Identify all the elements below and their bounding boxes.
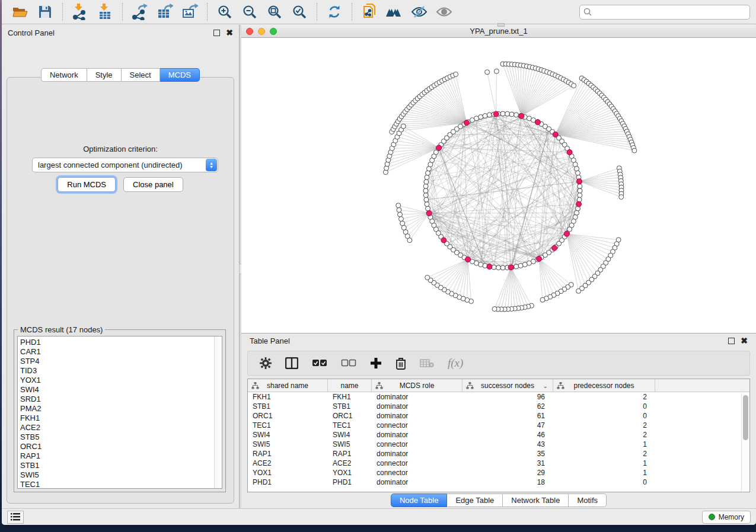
cell-name[interactable]: ORC1	[328, 411, 372, 421]
mcds-result-item[interactable]: SWI5	[20, 470, 212, 480]
float-table-panel-icon[interactable]	[728, 338, 735, 344]
import-table-icon[interactable]	[95, 3, 115, 21]
close-table-panel-icon[interactable]: ✖	[741, 338, 748, 344]
network-node[interactable]	[514, 264, 519, 269]
mcds-node[interactable]	[567, 150, 572, 155]
export-table-icon[interactable]	[155, 3, 175, 21]
refresh-icon[interactable]	[324, 3, 344, 21]
mcds-node[interactable]	[576, 201, 582, 207]
cell-successor-nodes[interactable]: 29	[462, 468, 553, 477]
mcds-node[interactable]	[553, 132, 558, 137]
show-all-eye-icon[interactable]	[434, 3, 454, 21]
table-scrollbar-thumb[interactable]	[743, 395, 748, 440]
cell-shared-name[interactable]: RAP1	[248, 449, 328, 459]
cell-name[interactable]: TEC1	[328, 421, 372, 430]
cell-predecessor-nodes[interactable]: 2	[553, 421, 655, 430]
network-node[interactable]	[426, 171, 430, 175]
search-network-icon[interactable]	[384, 3, 404, 21]
close-panel-icon[interactable]: ✖	[226, 30, 233, 36]
save-icon[interactable]	[35, 3, 55, 21]
network-node[interactable]	[509, 112, 514, 117]
cell-successor-nodes[interactable]: 96	[462, 392, 553, 402]
add-column-icon[interactable]	[370, 357, 382, 369]
network-node[interactable]	[398, 217, 403, 222]
network-node[interactable]	[514, 113, 519, 117]
mcds-node[interactable]	[487, 264, 492, 270]
mcds-result-item[interactable]: CAR1	[20, 347, 212, 357]
network-node[interactable]	[522, 262, 527, 267]
tab-mcds[interactable]: MCDS	[160, 68, 200, 82]
cell-shared-name[interactable]: ACE2	[248, 459, 328, 468]
table-row[interactable]: ACE2ACE2connector311	[248, 459, 749, 468]
column-header-name[interactable]: name	[328, 379, 372, 392]
cell-mcds-role[interactable]: dominator	[372, 430, 462, 440]
cell-mcds-role[interactable]: dominator	[372, 477, 462, 487]
criterion-dropdown[interactable]: largest connected component (undirected)…	[32, 158, 218, 172]
network-node[interactable]	[494, 69, 499, 73]
cell-predecessor-nodes[interactable]: 0	[553, 402, 655, 411]
network-node[interactable]	[483, 114, 487, 118]
mcds-list-scrollbar[interactable]	[214, 336, 222, 488]
table-settings-gear-icon[interactable]	[260, 357, 272, 369]
cell-mcds-role[interactable]: connector	[372, 440, 462, 449]
mcds-node[interactable]	[436, 145, 442, 150]
clone-network-icon[interactable]	[359, 3, 379, 21]
table-row[interactable]: YOX1YOX1connector291	[248, 468, 749, 477]
cell-name[interactable]: ACE2	[328, 459, 372, 468]
cell-predecessor-nodes[interactable]: 1	[553, 459, 655, 468]
network-node[interactable]	[500, 111, 505, 116]
cell-mcds-role[interactable]: connector	[372, 421, 462, 430]
mcds-result-item[interactable]: PHD1	[20, 338, 212, 347]
mcds-node[interactable]	[537, 256, 542, 261]
tab-network[interactable]: Network	[41, 68, 87, 82]
mcds-result-item[interactable]: FKH1	[20, 414, 212, 423]
network-node[interactable]	[396, 203, 401, 208]
cell-name[interactable]: RAP1	[328, 449, 372, 459]
mcds-result-item[interactable]: ORC1	[20, 442, 212, 451]
tab-node-table[interactable]: Node Table	[391, 493, 448, 507]
mcds-result-item[interactable]: STB5	[20, 432, 212, 442]
mcds-result-item[interactable]: STP4	[20, 357, 212, 366]
cell-successor-nodes[interactable]: 61	[462, 411, 553, 421]
hide-selected-eye-icon[interactable]	[409, 3, 429, 21]
network-node[interactable]	[540, 297, 545, 302]
cell-predecessor-nodes[interactable]: 1	[553, 440, 655, 449]
mcds-result-item[interactable]: YOX1	[20, 376, 212, 385]
mcds-node[interactable]	[551, 245, 557, 251]
network-node[interactable]	[426, 206, 430, 211]
mcds-result-item[interactable]: SRD1	[20, 395, 212, 404]
network-canvas[interactable]	[241, 38, 756, 334]
table-row[interactable]: SWI4SWI4dominator462	[248, 430, 749, 440]
cell-shared-name[interactable]: SWI4	[248, 430, 328, 440]
mcds-result-item[interactable]: RAP1	[20, 451, 212, 461]
network-node[interactable]	[423, 188, 428, 193]
mcds-result-item[interactable]: STB1	[20, 461, 212, 470]
network-node[interactable]	[401, 124, 406, 129]
cell-mcds-role[interactable]: dominator	[372, 449, 462, 459]
network-node[interactable]	[575, 166, 579, 171]
cell-successor-nodes[interactable]: 46	[462, 430, 553, 440]
mcds-node[interactable]	[426, 211, 432, 216]
network-node[interactable]	[454, 72, 458, 76]
mcds-node[interactable]	[493, 111, 499, 117]
cell-mcds-role[interactable]: dominator	[372, 392, 462, 402]
cell-name[interactable]: SWI4	[328, 430, 372, 440]
cell-name[interactable]: STB1	[328, 402, 372, 411]
cell-successor-nodes[interactable]: 18	[462, 477, 553, 487]
tab-edge-table[interactable]: Edge Table	[447, 493, 503, 507]
mcds-node[interactable]	[508, 265, 513, 270]
zoom-in-icon[interactable]	[215, 3, 235, 21]
cell-name[interactable]: PHD1	[328, 477, 372, 487]
cell-mcds-role[interactable]: connector	[372, 468, 462, 477]
search-input[interactable]	[594, 8, 746, 16]
zoom-fit-icon[interactable]	[264, 3, 285, 21]
cell-predecessor-nodes[interactable]: 1	[553, 468, 655, 477]
cell-shared-name[interactable]: YOX1	[248, 468, 328, 477]
cell-predecessor-nodes[interactable]: 2	[553, 392, 655, 402]
table-row[interactable]: TEC1TEC1connector472	[248, 421, 749, 430]
table-row[interactable]: RAP1RAP1dominator352	[248, 449, 749, 459]
network-node[interactable]	[397, 207, 401, 212]
table-row[interactable]: ORC1ORC1dominator610	[248, 411, 749, 421]
horizontal-splitter-grabber[interactable]	[497, 23, 505, 27]
table-scrollbar[interactable]	[741, 393, 749, 491]
